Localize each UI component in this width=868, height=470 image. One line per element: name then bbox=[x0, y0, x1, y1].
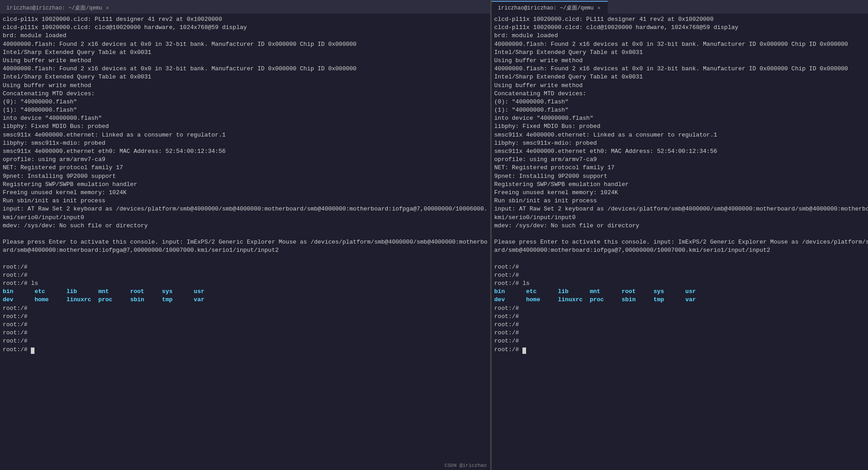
terminal-line: 40000000.flash: Found 2 x16 devices at 0… bbox=[3, 40, 488, 49]
terminal-line: clcd-pl11x 10020000.clcd: PL111 designer… bbox=[3, 15, 488, 24]
terminal-line: smsc911x 4e000000.ethernet eth0: MAC Add… bbox=[3, 147, 488, 156]
terminal-line: root:/# bbox=[3, 337, 488, 345]
right-tab-bar: iriczhao@iriczhao: ~/桌面/qemu ✕ ⬜ bbox=[492, 0, 868, 14]
terminal-line: root:/# bbox=[3, 263, 488, 271]
terminal-line: Using buffer write method bbox=[494, 57, 868, 65]
terminal-line: Intel/Sharp Extended Query Table at 0x00… bbox=[494, 49, 868, 57]
terminal-line: Freeing unused kernel memory: 1024K bbox=[494, 189, 868, 197]
terminal-line: root:/# bbox=[494, 329, 868, 337]
terminal-line: root:/# bbox=[494, 321, 868, 329]
terminal-line: Using buffer write method bbox=[3, 57, 488, 65]
terminal-line bbox=[494, 255, 868, 263]
terminal-line: libphy: smsc911x-mdio: probed bbox=[3, 139, 488, 147]
left-tab-title: iriczhao@iriczhao: ~/桌面/qemu bbox=[6, 4, 102, 12]
terminal-line: libphy: Fixed MDIO Bus: probed bbox=[3, 122, 488, 131]
terminal-line: Using buffer write method bbox=[494, 82, 868, 90]
terminal-line: (0): "40000000.flash" bbox=[494, 98, 868, 106]
right-tab[interactable]: iriczhao@iriczhao: ~/桌面/qemu ✕ bbox=[492, 1, 608, 14]
terminal-line: 9pnet: Installing 9P2000 support bbox=[494, 172, 868, 181]
terminal-line: Please press Enter to activate this cons… bbox=[3, 238, 488, 246]
terminal-line: smsc911x 4e000000.ethernet eth0: MAC Add… bbox=[494, 147, 868, 156]
terminal-line: NET: Registered protocol family 17 bbox=[494, 164, 868, 172]
terminal-line: Registering SWP/SWPB emulation handler bbox=[494, 181, 868, 189]
terminal-line: Intel/Sharp Extended Query Table at 0x00… bbox=[494, 73, 868, 81]
right-terminal-body[interactable]: clcd-pl11x 10020000.clcd: PL111 designer… bbox=[492, 14, 868, 461]
cursor bbox=[31, 348, 34, 354]
terminal-line bbox=[3, 230, 488, 238]
terminal-line: kmi/serio0/input/input0 bbox=[3, 214, 488, 222]
terminal-line: (1): "40000000.flash" bbox=[3, 106, 488, 114]
terminal-line: into device "40000000.flash" bbox=[3, 114, 488, 122]
terminal-line: 40000000.flash: Found 2 x16 devices at 0… bbox=[494, 65, 868, 73]
terminal-line: into device "40000000.flash" bbox=[494, 114, 868, 122]
terminal-line: libphy: smsc911x-mdio: probed bbox=[494, 139, 868, 147]
terminal-line: Concatenating MTD devices: bbox=[3, 90, 488, 98]
terminal-line: root:/# bbox=[3, 321, 488, 329]
terminal-line: 40000000.flash: Found 2 x16 devices at 0… bbox=[3, 65, 488, 73]
terminal-line bbox=[494, 230, 868, 238]
terminal-line: clcd-pl11x 10020000.clcd: clcd@10020000 … bbox=[3, 24, 488, 32]
terminal-line: bin etc lib mnt root sys usr bbox=[494, 288, 868, 296]
terminal-line: root:/# bbox=[494, 337, 868, 345]
terminal-line: Freeing unused kernel memory: 1024K bbox=[3, 189, 488, 197]
terminal-line: Intel/Sharp Extended Query Table at 0x00… bbox=[3, 73, 488, 81]
terminal-line: NET: Registered protocol family 17 bbox=[3, 164, 488, 172]
terminal-line: root:/# ls bbox=[494, 279, 868, 288]
right-tab-title: iriczhao@iriczhao: ~/桌面/qemu bbox=[498, 4, 594, 12]
terminal-line: Using buffer write method bbox=[3, 82, 488, 90]
terminal-line: Registering SWP/SWPB emulation handler bbox=[3, 181, 488, 189]
right-status-bar: CSDN @iriczhao bbox=[492, 461, 868, 470]
terminal-line: Concatenating MTD devices: bbox=[494, 90, 868, 98]
terminal-line: root:/# bbox=[494, 263, 868, 271]
left-tab[interactable]: iriczhao@iriczhao: ~/桌面/qemu ✕ bbox=[0, 1, 116, 14]
terminal-line: root:/# bbox=[3, 329, 488, 337]
terminal-line: root:/# bbox=[494, 271, 868, 279]
terminal-line: ard/smb@4000000:motherboard:iofpga@7,000… bbox=[494, 246, 868, 255]
left-status-bar: CSDN @iriczhao bbox=[0, 461, 490, 470]
terminal-line: oprofile: using arm/armv7-ca9 bbox=[494, 156, 868, 164]
terminal-line: input: AT Raw Set 2 keyboard as /devices… bbox=[494, 205, 868, 213]
cursor-right bbox=[522, 348, 526, 354]
right-terminal-pane: iriczhao@iriczhao: ~/桌面/qemu ✕ ⬜ clcd-pl… bbox=[492, 0, 868, 470]
terminal-line: root:/# bbox=[3, 304, 488, 313]
status-text: CSDN @iriczhao bbox=[444, 463, 486, 468]
terminal-line: mdev: /sys/dev: No such file or director… bbox=[3, 222, 488, 230]
terminal-line: (0): "40000000.flash" bbox=[3, 98, 488, 106]
terminal-line: dev home linuxrc proc sbin tmp var bbox=[494, 296, 868, 304]
window-container: iriczhao@iriczhao: ~/桌面/qemu ✕ clcd-pl11… bbox=[0, 0, 868, 470]
terminal-line: smsc911x 4e000000.ethernet: Linked as a … bbox=[3, 131, 488, 139]
terminal-line: clcd-pl11x 10020000.clcd: PL111 designer… bbox=[494, 15, 868, 24]
terminal-line: mdev: /sys/dev: No such file or director… bbox=[494, 222, 868, 230]
terminal-line: bin etc lib mnt root sys usr bbox=[3, 288, 488, 296]
left-tab-bar: iriczhao@iriczhao: ~/桌面/qemu ✕ bbox=[0, 0, 490, 14]
terminal-line: clcd-pl11x 10020000.clcd: clcd@10020000 … bbox=[494, 24, 868, 32]
terminal-line: (1): "40000000.flash" bbox=[494, 106, 868, 114]
terminal-line: 9pnet: Installing 9P2000 support bbox=[3, 172, 488, 181]
terminal-line: input: AT Raw Set 2 keyboard as /devices… bbox=[3, 205, 488, 213]
terminal-line: brd: module loaded bbox=[3, 32, 488, 40]
terminal-line: Please press Enter to activate this cons… bbox=[494, 238, 868, 246]
terminal-line: root:/# bbox=[494, 313, 868, 321]
terminal-line: root:/# bbox=[3, 271, 488, 279]
terminal-line: Run sbin/init as init process bbox=[494, 197, 868, 205]
terminal-line: root:/# bbox=[494, 304, 868, 313]
terminal-line: 40000000.flash: Found 2 x16 devices at 0… bbox=[494, 40, 868, 49]
terminal-line: root:/# bbox=[3, 313, 488, 321]
left-tab-close[interactable]: ✕ bbox=[105, 5, 110, 11]
left-terminal-body[interactable]: clcd-pl11x 10020000.clcd: PL111 designer… bbox=[0, 14, 490, 461]
terminal-line: oprofile: using arm/armv7-ca9 bbox=[3, 156, 488, 164]
right-tab-close[interactable]: ✕ bbox=[596, 5, 601, 11]
terminal-line: ard/smb@4000000:motherboard:iofpga@7,000… bbox=[3, 246, 488, 255]
left-terminal-pane: iriczhao@iriczhao: ~/桌面/qemu ✕ clcd-pl11… bbox=[0, 0, 490, 470]
terminal-line bbox=[3, 255, 488, 263]
terminal-line: kmi/serio0/input/input0 bbox=[494, 214, 868, 222]
terminal-line: Run sbin/init as init process bbox=[3, 197, 488, 205]
terminal-line: libphy: Fixed MDIO Bus: probed bbox=[494, 122, 868, 131]
terminal-line: dev home linuxrc proc sbin tmp var bbox=[3, 296, 488, 304]
terminal-prompt-cursor-right[interactable]: root:/# bbox=[494, 346, 868, 354]
terminal-line: Intel/Sharp Extended Query Table at 0x00… bbox=[3, 49, 488, 57]
terminal-prompt-cursor[interactable]: root:/# bbox=[3, 346, 488, 354]
terminal-line: root:/# ls bbox=[3, 279, 488, 288]
terminal-line: brd: module loaded bbox=[494, 32, 868, 40]
terminal-line: smsc911x 4e000000.ethernet: Linked as a … bbox=[494, 131, 868, 139]
